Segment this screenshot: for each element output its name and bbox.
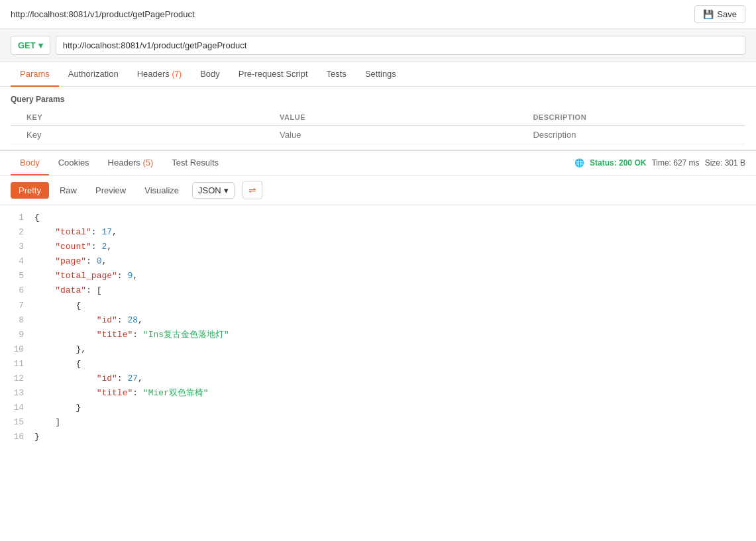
line-content: { (34, 357, 81, 371)
method-dropdown[interactable]: GET ▾ (11, 36, 50, 55)
request-title: http://localhost:8081/v1/product/getPage… (11, 9, 195, 19)
response-status: Status: 200 OK (590, 158, 646, 168)
row-key-cell[interactable] (21, 126, 274, 144)
line-number: 11 (11, 357, 24, 371)
format-bar: Pretty Raw Preview Visualize JSON ▾ ⇌ (0, 175, 756, 205)
tab-params[interactable]: Params (11, 62, 59, 87)
line-content: "id": 27, (34, 371, 143, 386)
response-tabs-bar: Body Cookies Headers (5) Test Results 🌐 … (0, 151, 756, 175)
code-area: 1{2 "total": 17,3 "count": 2,4 "page": 0… (0, 205, 756, 450)
request-tabs-bar: Params Authorization Headers (7) Body Pr… (0, 62, 756, 87)
visualize-button[interactable]: Visualize (136, 182, 187, 199)
tab-body[interactable]: Body (191, 62, 229, 87)
query-params-label: Query Params (11, 95, 745, 104)
col-value-header: VALUE (274, 109, 527, 126)
request-bar: GET ▾ (0, 29, 756, 62)
response-tab-cookies[interactable]: Cookies (49, 151, 99, 175)
line-number: 6 (11, 283, 24, 298)
wrap-button[interactable]: ⇌ (243, 181, 262, 199)
line-content: "title": "Ins复古金色落地灯" (34, 328, 229, 342)
code-line: 10 }, (11, 342, 745, 357)
line-number: 10 (11, 342, 24, 357)
response-section: Body Cookies Headers (5) Test Results 🌐 … (0, 150, 756, 450)
code-line: 16} (11, 430, 745, 444)
key-input[interactable] (27, 130, 269, 140)
code-line: 5 "total_page": 9, (11, 269, 745, 283)
code-line: 3 "count": 2, (11, 240, 745, 254)
response-tab-body[interactable]: Body (11, 151, 49, 175)
line-content: { (34, 299, 81, 313)
response-time: Time: 627 ms (651, 158, 699, 168)
code-line: 8 "id": 28, (11, 313, 745, 328)
code-line: 13 "title": "Mier双色靠椅" (11, 386, 745, 401)
globe-icon: 🌐 (574, 158, 584, 168)
tab-authorization[interactable]: Authorization (59, 62, 128, 87)
line-content: }, (34, 342, 86, 357)
code-line: 15 ] (11, 415, 745, 430)
save-button[interactable]: 💾 Save (694, 5, 745, 23)
col-check-header (11, 109, 21, 126)
row-value-cell[interactable] (274, 126, 527, 144)
line-number: 14 (11, 401, 24, 415)
tab-headers[interactable]: Headers (7) (128, 62, 191, 87)
save-icon: 💾 (703, 9, 714, 19)
code-line: 6 "data": [ (11, 283, 745, 298)
table-row (11, 126, 745, 144)
line-content: } (34, 401, 81, 415)
tab-settings[interactable]: Settings (356, 62, 405, 87)
row-checkbox-cell (11, 126, 21, 144)
line-number: 16 (11, 430, 24, 444)
code-line: 4 "page": 0, (11, 254, 745, 269)
line-content: ] (34, 415, 60, 430)
line-number: 15 (11, 415, 24, 430)
line-number: 8 (11, 313, 24, 328)
code-line: 1{ (11, 211, 745, 225)
line-number: 13 (11, 386, 24, 401)
code-line: 11 { (11, 357, 745, 371)
line-content: "title": "Mier双色靠椅" (34, 386, 209, 401)
line-number: 1 (11, 211, 24, 225)
chevron-down-icon: ▾ (38, 40, 43, 50)
tab-tests[interactable]: Tests (317, 62, 356, 87)
description-input[interactable] (533, 130, 740, 140)
line-content: "total_page": 9, (34, 269, 138, 283)
line-number: 7 (11, 299, 24, 313)
line-number: 3 (11, 240, 24, 254)
line-number: 5 (11, 269, 24, 283)
query-params-section: Query Params KEY VALUE DESCRIPTION (0, 87, 756, 144)
preview-button[interactable]: Preview (87, 182, 134, 199)
line-content: { (34, 211, 40, 225)
tab-prerequest[interactable]: Pre-request Script (229, 62, 317, 87)
json-format-label: JSON (198, 185, 221, 195)
params-table: KEY VALUE DESCRIPTION (11, 109, 745, 144)
code-line: 14 } (11, 401, 745, 415)
row-description-cell[interactable] (527, 126, 745, 144)
col-key-header: KEY (21, 109, 274, 126)
value-input[interactable] (280, 130, 522, 140)
json-format-dropdown[interactable]: JSON ▾ (192, 182, 235, 199)
response-meta: 🌐 Status: 200 OK Time: 627 ms Size: 301 … (574, 158, 745, 168)
wrap-icon: ⇌ (248, 185, 256, 195)
raw-button[interactable]: Raw (52, 182, 85, 199)
line-content: "id": 28, (34, 313, 143, 328)
response-tab-testresults[interactable]: Test Results (162, 151, 228, 175)
chevron-down-icon: ▾ (224, 185, 229, 195)
title-bar: http://localhost:8081/v1/product/getPage… (0, 0, 756, 29)
line-number: 9 (11, 328, 24, 342)
line-number: 4 (11, 254, 24, 269)
code-line: 7 { (11, 299, 745, 313)
method-label: GET (18, 40, 36, 50)
col-description-header: DESCRIPTION (527, 109, 745, 126)
line-number: 2 (11, 225, 24, 240)
code-line: 9 "title": "Ins复古金色落地灯" (11, 328, 745, 342)
url-input[interactable] (56, 36, 745, 55)
response-size: Size: 301 B (705, 158, 745, 168)
line-content: "page": 0, (34, 254, 107, 269)
line-content: } (34, 430, 40, 444)
pretty-button[interactable]: Pretty (11, 182, 49, 199)
line-content: "data": [ (34, 283, 101, 298)
code-line: 12 "id": 27, (11, 371, 745, 386)
line-number: 12 (11, 371, 24, 386)
response-tab-headers[interactable]: Headers (5) (99, 151, 163, 175)
line-content: "count": 2, (34, 240, 112, 254)
